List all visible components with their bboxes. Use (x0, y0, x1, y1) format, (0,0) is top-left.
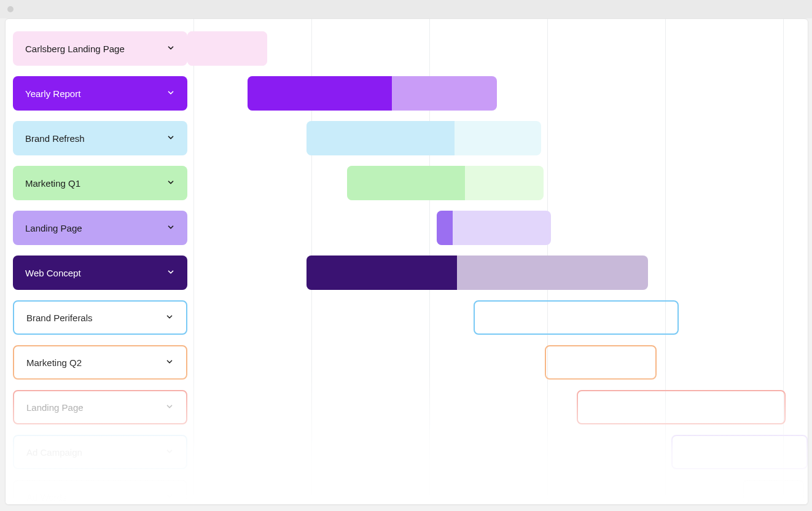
gantt-row: Brand Periferals (6, 300, 808, 335)
task-label-text: Carlsberg Landing Page (25, 44, 125, 54)
gantt-row: Web Concept (6, 256, 808, 290)
task-progress (306, 121, 455, 155)
task-label-ad-words[interactable]: Ad Words (13, 480, 187, 505)
task-label-text: Web Concept (25, 268, 81, 278)
task-label-ad-campaign[interactable]: Ad Campaign (13, 435, 187, 469)
task-bar-marketing-q2[interactable] (545, 345, 657, 380)
task-bar-marketing-q1[interactable] (347, 166, 544, 200)
gantt-row: Landing Page (6, 211, 808, 245)
task-label-yearly-report[interactable]: Yearly Report (13, 76, 187, 111)
task-label-text: Landing Page (26, 402, 84, 413)
gantt-row: Ad Words (6, 480, 808, 505)
task-label-brand-periferals[interactable]: Brand Periferals (13, 300, 187, 335)
chevron-down-icon (165, 447, 174, 457)
task-label-text: Ad Campaign (26, 447, 82, 458)
task-label-text: Brand Periferals (26, 313, 93, 323)
task-label-text: Landing Page (25, 223, 82, 233)
task-label-text: Marketing Q1 (25, 178, 80, 189)
chevron-down-icon (166, 223, 175, 233)
gantt-row: Landing Page (6, 390, 808, 424)
task-bar-web-concept[interactable] (306, 256, 648, 290)
task-progress (347, 166, 465, 200)
task-label-marketing-q2[interactable]: Marketing Q2 (13, 345, 187, 380)
task-label-landing-page[interactable]: Landing Page (13, 211, 187, 245)
gantt-row: Brand Refresh (6, 121, 808, 155)
gantt-row: Marketing Q1 (6, 166, 808, 200)
task-progress (187, 31, 267, 66)
gantt-window: Carlsberg Landing PageYearly ReportBrand… (5, 18, 808, 505)
task-bar-brand-periferals[interactable] (474, 300, 679, 335)
chevron-down-icon (165, 492, 174, 502)
chevron-down-icon (166, 178, 175, 188)
task-label-marketing-q1[interactable]: Marketing Q1 (13, 166, 187, 200)
task-label-text: Brand Refresh (25, 133, 85, 144)
task-bar-carlsberg-landing-page[interactable] (187, 31, 267, 66)
task-bar-ad-words[interactable] (743, 480, 804, 505)
chevron-down-icon (165, 402, 174, 412)
task-label-web-concept[interactable]: Web Concept (13, 256, 187, 290)
gantt-row: Marketing Q2 (6, 345, 808, 380)
chevron-down-icon (166, 44, 175, 53)
gantt-chart: Carlsberg Landing PageYearly ReportBrand… (6, 19, 808, 504)
task-progress (306, 256, 457, 290)
task-bar-landing-page[interactable] (437, 211, 551, 245)
task-label-text: Marketing Q2 (26, 357, 82, 368)
task-bar-brand-refresh[interactable] (306, 121, 541, 155)
traffic-light-disabled-icon (7, 6, 14, 12)
chevron-down-icon (165, 357, 174, 367)
gantt-row: Ad Campaign (6, 435, 808, 469)
chevron-down-icon (166, 88, 175, 98)
chevron-down-icon (166, 268, 175, 278)
task-label-brand-refresh[interactable]: Brand Refresh (13, 121, 187, 155)
gantt-row: Carlsberg Landing Page (6, 31, 808, 66)
task-progress (248, 76, 392, 111)
task-label-carlsberg-landing-page[interactable]: Carlsberg Landing Page (13, 31, 187, 66)
task-label-text: Ad Words (26, 492, 67, 502)
chevron-down-icon (166, 133, 175, 143)
task-bar-landing-page-2[interactable] (577, 390, 786, 424)
chevron-down-icon (165, 313, 174, 322)
gantt-row: Yearly Report (6, 76, 808, 111)
task-progress (437, 211, 453, 245)
task-label-landing-page-2[interactable]: Landing Page (13, 390, 187, 424)
task-bar-ad-campaign[interactable] (671, 435, 808, 469)
task-label-text: Yearly Report (25, 88, 80, 99)
task-bar-yearly-report[interactable] (248, 76, 497, 111)
window-titlebar (0, 0, 812, 18)
